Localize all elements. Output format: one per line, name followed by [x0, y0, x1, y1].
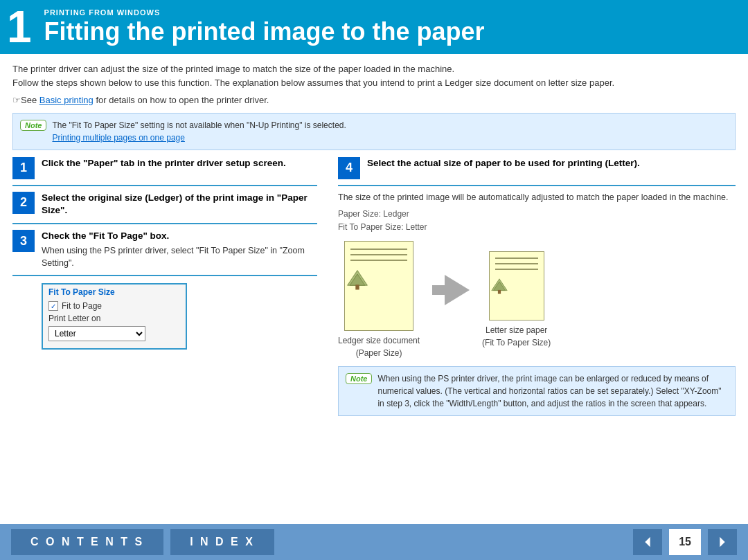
- dialog-print-text: Print Letter on: [48, 314, 100, 323]
- step-4: 4 Select the actual size of paper to be …: [338, 157, 736, 186]
- paper-visual-small: [489, 251, 544, 320]
- index-button[interactable]: I N D E X: [170, 529, 274, 555]
- note-badge-top: Note: [20, 120, 46, 131]
- intro-see-text: See: [21, 95, 39, 105]
- step-4-number: 4: [338, 157, 360, 179]
- svg-marker-7: [720, 537, 724, 548]
- chapter-number: 1: [7, 5, 32, 49]
- step-2-content: Select the original size (Ledger) of the…: [42, 192, 317, 218]
- ledger-caption-line2: (Paper Size): [356, 348, 402, 358]
- step-4-title: Select the actual size of paper to be us…: [367, 157, 736, 170]
- step-2-title: Select the original size (Ledger) of the…: [42, 192, 317, 218]
- two-columns: 1 Click the "Paper" tab in the printer d…: [12, 157, 736, 417]
- paper-info-line2: Fit To Paper Size: Letter: [338, 222, 427, 232]
- step-1-title: Click the "Paper" tab in the printer dri…: [42, 157, 317, 170]
- step-4-desc: The size of the printed image will be au…: [338, 192, 736, 204]
- intro-see: ☞See Basic printing for details on how t…: [12, 93, 736, 107]
- right-column: 4 Select the actual size of paper to be …: [331, 157, 736, 417]
- dialog-select[interactable]: Letter: [48, 326, 145, 341]
- note-link-top[interactable]: Printing multiple pages on one page: [52, 132, 346, 144]
- paper-visual-large: [344, 241, 413, 331]
- intro-paragraph: The printer driver can adjust the size o…: [12, 62, 736, 89]
- left-column: 1 Click the "Paper" tab in the printer d…: [12, 157, 331, 417]
- dialog-checkbox-row: ✓ Fit to Page: [48, 301, 180, 311]
- step-1: 1 Click the "Paper" tab in the printer d…: [12, 157, 317, 186]
- intro-text-1: The printer driver can adjust the size o…: [12, 64, 454, 74]
- step-3-number: 3: [12, 230, 35, 252]
- dialog-checkbox-label: Fit to Page: [62, 301, 102, 311]
- contents-button[interactable]: C O N T E N T S: [11, 529, 163, 555]
- letter-caption-line1: Letter size paper: [486, 325, 547, 335]
- paper-letter: Letter size paper (Fit To Paper Size): [482, 251, 551, 349]
- step-2: 2 Select the original size (Ledger) of t…: [12, 192, 317, 225]
- basic-printing-link[interactable]: Basic printing: [39, 95, 93, 105]
- page-header: 1 PRINTING FROM WINDOWS Fitting the prin…: [0, 0, 748, 54]
- svg-rect-5: [498, 290, 501, 294]
- arrow-head: [445, 275, 470, 305]
- next-arrow-icon: [715, 534, 730, 550]
- step-4-container: 4 Select the actual size of paper to be …: [338, 157, 736, 417]
- checkbox-icon[interactable]: ✓: [48, 301, 58, 311]
- prev-arrow-icon: [640, 534, 655, 550]
- note-content-bottom: When using the PS printer driver, the pr…: [377, 372, 728, 410]
- tree-icon-large: [345, 268, 370, 293]
- svg-rect-2: [355, 285, 359, 290]
- note-box-bottom: Note When using the PS printer driver, t…: [338, 366, 736, 416]
- tree-icon-small: [490, 277, 509, 296]
- dialog-text: Print Letter on: [48, 314, 180, 323]
- note-text-top: The "Fit To Paper Size" setting is not a…: [52, 120, 346, 130]
- intro-see-suffix: for details on how to open the printer d…: [93, 95, 269, 105]
- step-2-number: 2: [12, 192, 35, 214]
- page-footer: C O N T E N T S I N D E X 15: [0, 524, 748, 560]
- paper-ledger: Ledger size document (Paper Size): [338, 241, 420, 359]
- header-text: PRINTING FROM WINDOWS Fitting the printe…: [44, 8, 485, 46]
- intro-text-2: Follow the steps shown below to use this…: [12, 78, 614, 88]
- page-number: 15: [669, 529, 701, 555]
- arrow-body: [432, 285, 446, 295]
- paper-diagram: Ledger size document (Paper Size): [338, 241, 736, 359]
- footer-nav: 15: [633, 529, 737, 555]
- header-subtitle: PRINTING FROM WINDOWS: [44, 8, 485, 17]
- paper-info: Paper Size: Ledger Fit To Paper Size: Le…: [338, 208, 736, 234]
- ledger-caption-line1: Ledger size document: [338, 336, 420, 345]
- dialog-mockup: Fit To Paper Size ✓ Fit to Page Print Le…: [42, 283, 187, 350]
- prev-page-button[interactable]: [633, 529, 662, 555]
- letter-caption: Letter size paper (Fit To Paper Size): [482, 324, 551, 349]
- next-page-button[interactable]: [708, 529, 737, 555]
- dialog-title: Fit To Paper Size: [48, 287, 180, 297]
- paper-info-line1: Paper Size: Ledger: [338, 209, 409, 219]
- note-badge-bottom: Note: [346, 373, 372, 384]
- main-content: The printer driver can adjust the size o…: [0, 54, 748, 422]
- note-content-top: The "Fit To Paper Size" setting is not a…: [52, 119, 346, 144]
- step-3-desc: When using the PS printer driver, select…: [42, 245, 317, 269]
- dialog-select-row: Letter: [48, 326, 180, 341]
- svg-marker-6: [645, 537, 650, 548]
- step-3: 3 Check the "Fit To Page" box. When usin…: [12, 230, 317, 276]
- ledger-caption: Ledger size document (Paper Size): [338, 334, 420, 359]
- note-box-top: Note The "Fit To Paper Size" setting is …: [12, 113, 736, 150]
- note-text-bottom: When using the PS printer driver, the pr…: [377, 374, 721, 408]
- letter-caption-line2: (Fit To Paper Size): [482, 338, 551, 347]
- step-3-title: Check the "Fit To Page" box.: [42, 230, 317, 243]
- arrow: [432, 275, 470, 305]
- step-1-number: 1: [12, 157, 35, 179]
- header-title: Fitting the printed image to the paper: [44, 18, 485, 46]
- step-3-content: Check the "Fit To Page" box. When using …: [42, 230, 317, 269]
- step-1-content: Click the "Paper" tab in the printer dri…: [42, 157, 317, 170]
- step-4-content: Select the actual size of paper to be us…: [367, 157, 736, 170]
